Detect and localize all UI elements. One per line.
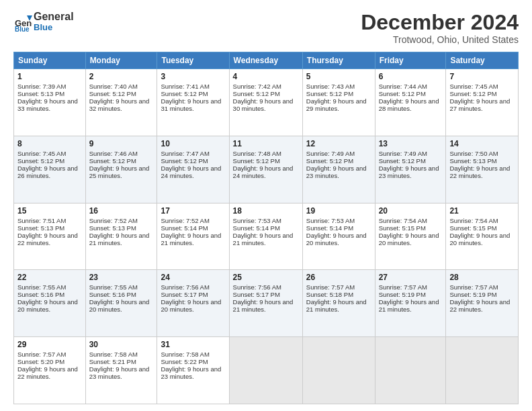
calendar-cell: 28Sunrise: 7:57 AMSunset: 5:19 PMDayligh…: [446, 270, 519, 337]
day-number: 28: [449, 273, 515, 282]
daylight-label: Daylight: 9 hours and 21 minutes.: [233, 298, 294, 313]
calendar-cell: 24Sunrise: 7:56 AMSunset: 5:17 PMDayligh…: [157, 270, 229, 337]
sunrise: Sunrise: 7:53 AM: [306, 217, 355, 224]
day-number: 26: [306, 273, 371, 282]
sunset: Sunset: 5:21 PM: [89, 358, 136, 365]
sunset: Sunset: 5:12 PM: [161, 157, 208, 165]
sunset: Sunset: 5:16 PM: [17, 291, 64, 298]
calendar-cell: 5Sunrise: 7:43 AMSunset: 5:12 PMDaylight…: [302, 69, 375, 136]
sunrise: Sunrise: 7:54 AM: [449, 217, 498, 224]
daylight-label: Daylight: 9 hours and 22 minutes.: [17, 365, 78, 380]
sunrise: Sunrise: 7:53 AM: [233, 217, 281, 224]
week-row-4: 22Sunrise: 7:55 AMSunset: 5:16 PMDayligh…: [14, 270, 519, 337]
day-number: 25: [233, 273, 299, 282]
sunset: Sunset: 5:12 PM: [17, 157, 64, 165]
calendar-cell: 18Sunrise: 7:53 AMSunset: 5:14 PMDayligh…: [229, 203, 302, 270]
daylight-label: Daylight: 9 hours and 20 minutes.: [449, 232, 510, 246]
day-number: 29: [17, 340, 82, 349]
day-number: 16: [89, 206, 154, 216]
month-year-title: December 2024: [361, 11, 519, 34]
daylight-label: Daylight: 9 hours and 21 minutes.: [233, 232, 294, 246]
sunrise: Sunrise: 7:57 AM: [306, 283, 355, 291]
day-number: 7: [449, 72, 515, 81]
sunrise: Sunrise: 7:45 AM: [449, 83, 498, 90]
day-number: 4: [233, 72, 299, 81]
calendar-cell: [302, 337, 375, 404]
sunset: Sunset: 5:13 PM: [89, 224, 136, 232]
header-sunday: Sunday: [14, 52, 86, 69]
calendar-cell: 22Sunrise: 7:55 AMSunset: 5:16 PMDayligh…: [14, 270, 86, 337]
svg-text:Blue: Blue: [15, 26, 30, 32]
sunset: Sunset: 5:13 PM: [449, 157, 496, 165]
sunset: Sunset: 5:12 PM: [306, 157, 353, 165]
sunset: Sunset: 5:14 PM: [233, 224, 280, 232]
daylight-label: Daylight: 9 hours and 21 minutes.: [161, 232, 221, 246]
daylight-label: Daylight: 9 hours and 22 minutes.: [449, 298, 510, 313]
sunset: Sunset: 5:17 PM: [161, 291, 208, 298]
week-row-5: 29Sunrise: 7:57 AMSunset: 5:20 PMDayligh…: [14, 337, 519, 404]
calendar-cell: 12Sunrise: 7:49 AMSunset: 5:12 PMDayligh…: [302, 136, 375, 203]
sunset: Sunset: 5:12 PM: [89, 90, 136, 97]
week-row-2: 8Sunrise: 7:45 AMSunset: 5:12 PMDaylight…: [14, 136, 519, 203]
sunset: Sunset: 5:20 PM: [17, 358, 64, 365]
day-number: 18: [233, 206, 299, 216]
calendar-cell: 3Sunrise: 7:41 AMSunset: 5:12 PMDaylight…: [157, 69, 229, 136]
calendar-cell: [375, 337, 446, 404]
header-monday: Monday: [85, 52, 157, 69]
sunset: Sunset: 5:12 PM: [449, 90, 496, 97]
sunset: Sunset: 5:12 PM: [379, 90, 426, 97]
sunrise: Sunrise: 7:57 AM: [449, 283, 498, 291]
calendar-cell: 26Sunrise: 7:57 AMSunset: 5:18 PMDayligh…: [302, 270, 375, 337]
location-subtitle: Trotwood, Ohio, United States: [361, 34, 519, 45]
sunrise: Sunrise: 7:58 AM: [161, 351, 209, 358]
sunrise: Sunrise: 7:55 AM: [17, 283, 66, 291]
day-number: 13: [379, 139, 443, 148]
sunset: Sunset: 5:13 PM: [17, 90, 64, 97]
day-number: 31: [161, 340, 225, 349]
sunrise: Sunrise: 7:52 AM: [161, 217, 209, 224]
calendar-cell: 1Sunrise: 7:39 AMSunset: 5:13 PMDaylight…: [14, 69, 86, 136]
daylight-label: Daylight: 9 hours and 20 minutes.: [306, 232, 367, 246]
calendar-cell: 30Sunrise: 7:58 AMSunset: 5:21 PMDayligh…: [85, 337, 157, 404]
daylight-label: Daylight: 9 hours and 32 minutes.: [89, 97, 150, 112]
sunset: Sunset: 5:19 PM: [449, 291, 496, 298]
sunrise: Sunrise: 7:48 AM: [233, 150, 281, 157]
calendar-cell: 6Sunrise: 7:44 AMSunset: 5:12 PMDaylight…: [375, 69, 446, 136]
sunrise: Sunrise: 7:57 AM: [379, 283, 427, 291]
sunrise: Sunrise: 7:56 AM: [161, 283, 209, 291]
daylight-label: Daylight: 9 hours and 22 minutes.: [17, 232, 78, 246]
header-thursday: Thursday: [302, 52, 375, 69]
calendar-cell: 8Sunrise: 7:45 AMSunset: 5:12 PMDaylight…: [14, 136, 86, 203]
calendar-cell: 14Sunrise: 7:50 AMSunset: 5:13 PMDayligh…: [446, 136, 519, 203]
calendar-cell: 23Sunrise: 7:55 AMSunset: 5:16 PMDayligh…: [85, 270, 157, 337]
sunrise: Sunrise: 7:40 AM: [89, 83, 138, 90]
day-number: 22: [17, 273, 82, 282]
day-number: 6: [379, 72, 443, 81]
day-number: 1: [17, 72, 82, 81]
sunrise: Sunrise: 7:47 AM: [161, 150, 209, 157]
day-number: 8: [17, 139, 82, 148]
day-number: 17: [161, 206, 225, 216]
daylight-label: Daylight: 9 hours and 31 minutes.: [161, 97, 221, 112]
day-number: 14: [449, 139, 515, 148]
daylight-label: Daylight: 9 hours and 30 minutes.: [233, 97, 294, 112]
day-number: 12: [306, 139, 371, 148]
daylight-label: Daylight: 9 hours and 33 minutes.: [17, 97, 78, 112]
day-number: 3: [161, 72, 225, 81]
sunrise: Sunrise: 7:49 AM: [306, 150, 355, 157]
sunset: Sunset: 5:22 PM: [161, 358, 208, 365]
daylight-label: Daylight: 9 hours and 23 minutes.: [379, 165, 439, 179]
day-number: 27: [379, 273, 443, 282]
sunset: Sunset: 5:12 PM: [379, 157, 426, 165]
daylight-label: Daylight: 9 hours and 21 minutes.: [89, 232, 150, 246]
calendar-cell: 17Sunrise: 7:52 AMSunset: 5:14 PMDayligh…: [157, 203, 229, 270]
daylight-label: Daylight: 9 hours and 23 minutes.: [89, 365, 150, 380]
calendar-cell: 13Sunrise: 7:49 AMSunset: 5:12 PMDayligh…: [375, 136, 446, 203]
day-number: 5: [306, 72, 371, 81]
sunrise: Sunrise: 7:45 AM: [17, 150, 66, 157]
calendar-cell: 11Sunrise: 7:48 AMSunset: 5:12 PMDayligh…: [229, 136, 302, 203]
sunrise: Sunrise: 7:42 AM: [233, 83, 281, 90]
header-saturday: Saturday: [446, 52, 519, 69]
sunrise: Sunrise: 7:56 AM: [233, 283, 281, 291]
calendar-cell: [446, 337, 519, 404]
